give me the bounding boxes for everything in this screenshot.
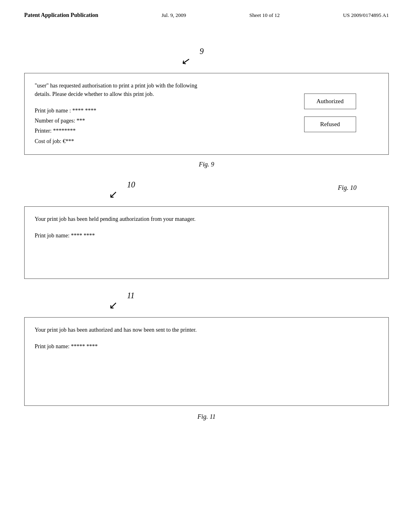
figure-11-node-label: 11 [127,291,135,300]
figure-9-text-line1: "user" has requested authorisation to pr… [35,83,197,89]
patent-number: US 2009/0174895 A1 [343,12,389,19]
figure-10-detail-1: Print job name: **** **** [35,231,378,241]
figure-10-arrow: ↙ [109,188,118,201]
figure-9-node-label: 9 [200,47,204,56]
date-label: Jul. 9, 2009 [162,12,186,19]
figure-9-text: "user" has requested authorisation to pr… [35,81,228,98]
figure-10-dialog: Your print job has been held pending aut… [24,206,389,279]
figure-9-arrow: ↙ [180,54,191,68]
publication-label: Patent Application Publication [24,12,98,19]
figure-11-dialog: Your print job has been authorized and h… [24,317,389,406]
figure-9-dialog: "user" has requested authorisation to pr… [24,73,389,155]
figure-11-label: Fig. 11 [24,413,389,420]
figure-9-text-line2: details. Please decide whether to allow … [35,91,154,97]
page-header: Patent Application Publication Jul. 9, 2… [0,0,413,27]
figure-11-detail-1: Print job name: ***** **** [35,341,378,351]
figure-10-text: Your print job has been held pending aut… [35,215,228,223]
figure-9-detail-4: Cost of job: €*** [35,136,378,146]
figure-9-buttons: Authorized Refused [304,94,356,132]
figure-11-text-main: Your print job has been authorized and h… [35,327,196,333]
page-content: 9 ↙ "user" has requested authorisation t… [0,27,413,428]
figure-9-label: Fig. 9 [24,161,389,168]
figure-11-area: 11 ↙ Your print job has been authorized … [24,291,389,420]
figure-10-details: Print job name: **** **** [35,231,378,241]
figure-9-area: 9 ↙ "user" has requested authorisation t… [24,47,389,168]
figure-11-arrow: ↙ [109,299,118,312]
figure-10-text-main: Your print job has been held pending aut… [35,216,196,222]
figure-10-area: 10 ↙ Fig. 10 Your print job has been hel… [24,180,389,279]
refused-button[interactable]: Refused [304,116,356,132]
figure-10-label-right: Fig. 10 [338,184,357,191]
authorized-button[interactable]: Authorized [304,94,356,109]
sheet-label: Sheet 10 of 12 [249,12,280,19]
figure-11-text: Your print job has been authorized and h… [35,326,228,334]
figure-10-node-label: 10 [127,180,135,189]
figure-11-details: Print job name: ***** **** [35,341,378,351]
